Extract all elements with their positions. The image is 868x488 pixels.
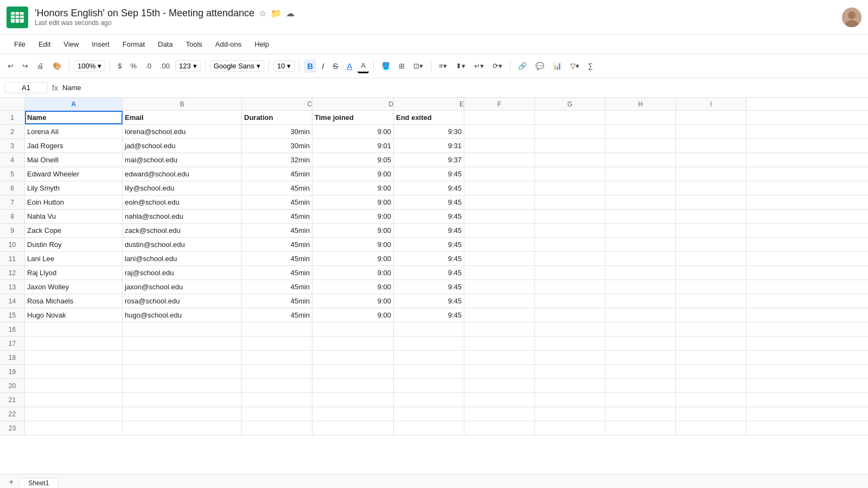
cell-c9[interactable]: 45min <box>242 224 312 237</box>
cell-f15[interactable] <box>464 308 535 322</box>
cell-i11[interactable] <box>676 252 746 265</box>
cell-i18[interactable] <box>676 351 746 364</box>
cell-e16[interactable] <box>394 322 464 336</box>
cell-i3[interactable] <box>676 139 746 153</box>
cell-f9[interactable] <box>464 224 535 237</box>
comment-button[interactable]: 💬 <box>532 60 547 72</box>
cell-a23[interactable] <box>25 421 123 435</box>
cell-h13[interactable] <box>605 280 676 294</box>
cell-c1[interactable]: Duration <box>242 111 312 124</box>
cell-a4[interactable]: Mai Oneill <box>25 153 123 167</box>
cell-a1[interactable]: Name <box>25 111 123 124</box>
cell-a5[interactable]: Edward Wheeler <box>25 167 123 181</box>
cell-e8[interactable]: 9:45 <box>394 210 464 223</box>
cell-e21[interactable] <box>394 393 464 407</box>
text-color-button[interactable]: A <box>358 59 369 73</box>
link-button[interactable]: 🔗 <box>515 60 530 72</box>
row-num-7[interactable]: 7 <box>0 195 25 209</box>
cell-d3[interactable]: 9:01 <box>312 139 394 153</box>
cell-d22[interactable] <box>312 407 394 421</box>
cell-g12[interactable] <box>535 266 605 280</box>
cloud-icon[interactable]: ☁ <box>286 8 295 18</box>
cell-h23[interactable] <box>605 421 676 435</box>
zoom-select[interactable]: 100% ▾ <box>74 60 105 72</box>
formula-input[interactable] <box>62 84 864 92</box>
cell-b22[interactable] <box>123 407 242 421</box>
cell-a21[interactable] <box>25 393 123 407</box>
cell-c23[interactable] <box>242 421 312 435</box>
cell-b2[interactable]: lorena@school.edu <box>123 125 242 138</box>
cell-g19[interactable] <box>535 365 605 378</box>
cell-e9[interactable]: 9:45 <box>394 224 464 237</box>
row-num-11[interactable]: 11 <box>0 252 25 265</box>
col-header-e[interactable]: E <box>394 98 464 110</box>
cell-i20[interactable] <box>676 379 746 392</box>
cell-i10[interactable] <box>676 238 746 251</box>
cell-g10[interactable] <box>535 238 605 251</box>
cell-b10[interactable]: dustin@school.edu <box>123 238 242 251</box>
cell-i19[interactable] <box>676 365 746 378</box>
cell-g23[interactable] <box>535 421 605 435</box>
cell-h17[interactable] <box>605 337 676 350</box>
cell-g21[interactable] <box>535 393 605 407</box>
cell-g15[interactable] <box>535 308 605 322</box>
function-button[interactable]: ∑ <box>585 60 596 72</box>
rotate-button[interactable]: ⟳▾ <box>489 60 506 72</box>
cell-h9[interactable] <box>605 224 676 237</box>
cell-h20[interactable] <box>605 379 676 392</box>
cell-f4[interactable] <box>464 153 535 167</box>
cell-h4[interactable] <box>605 153 676 167</box>
cell-e3[interactable]: 9:31 <box>394 139 464 153</box>
cell-d18[interactable] <box>312 351 394 364</box>
cell-e10[interactable]: 9:45 <box>394 238 464 251</box>
cell-h10[interactable] <box>605 238 676 251</box>
col-header-i[interactable]: I <box>676 98 746 110</box>
cell-b5[interactable]: edward@school.edu <box>123 167 242 181</box>
cell-c17[interactable] <box>242 337 312 350</box>
row-num-10[interactable]: 10 <box>0 238 25 251</box>
cell-i6[interactable] <box>676 181 746 195</box>
row-num-21[interactable]: 21 <box>0 393 25 407</box>
cell-h11[interactable] <box>605 252 676 265</box>
cell-reference-input[interactable] <box>4 82 48 93</box>
cell-f17[interactable] <box>464 337 535 350</box>
cell-h22[interactable] <box>605 407 676 421</box>
cell-d8[interactable]: 9:00 <box>312 210 394 223</box>
cell-c8[interactable]: 45min <box>242 210 312 223</box>
cell-b4[interactable]: mai@school.edu <box>123 153 242 167</box>
cell-b12[interactable]: raj@school.edu <box>123 266 242 280</box>
cell-i9[interactable] <box>676 224 746 237</box>
cell-i17[interactable] <box>676 337 746 350</box>
cell-a13[interactable]: Jaxon Wolley <box>25 280 123 294</box>
cell-d14[interactable]: 9:00 <box>312 294 394 308</box>
cell-b18[interactable] <box>123 351 242 364</box>
star-icon[interactable]: ☆ <box>259 8 266 18</box>
cell-f13[interactable] <box>464 280 535 294</box>
cell-e1[interactable]: End exited <box>394 111 464 124</box>
cell-a12[interactable]: Raj Llyod <box>25 266 123 280</box>
cell-e5[interactable]: 9:45 <box>394 167 464 181</box>
cell-f18[interactable] <box>464 351 535 364</box>
redo-button[interactable]: ↪ <box>19 60 31 72</box>
cell-d12[interactable]: 9:00 <box>312 266 394 280</box>
cell-g16[interactable] <box>535 322 605 336</box>
row-num-12[interactable]: 12 <box>0 266 25 280</box>
cell-g7[interactable] <box>535 195 605 209</box>
cell-b7[interactable]: eoin@school.edu <box>123 195 242 209</box>
cell-f2[interactable] <box>464 125 535 138</box>
cell-b13[interactable]: jaxon@school.edu <box>123 280 242 294</box>
cell-a7[interactable]: Eoin Hutton <box>25 195 123 209</box>
italic-button[interactable]: I <box>318 59 327 73</box>
cell-e12[interactable]: 9:45 <box>394 266 464 280</box>
cell-b8[interactable]: nahla@school.edu <box>123 210 242 223</box>
add-sheet-button[interactable]: + <box>4 476 18 488</box>
cell-h8[interactable] <box>605 210 676 223</box>
cell-f3[interactable] <box>464 139 535 153</box>
cell-h15[interactable] <box>605 308 676 322</box>
cell-b16[interactable] <box>123 322 242 336</box>
avatar[interactable] <box>842 8 861 27</box>
col-header-g[interactable]: G <box>535 98 605 110</box>
cell-h5[interactable] <box>605 167 676 181</box>
cell-c11[interactable]: 45min <box>242 252 312 265</box>
cell-d13[interactable]: 9:00 <box>312 280 394 294</box>
